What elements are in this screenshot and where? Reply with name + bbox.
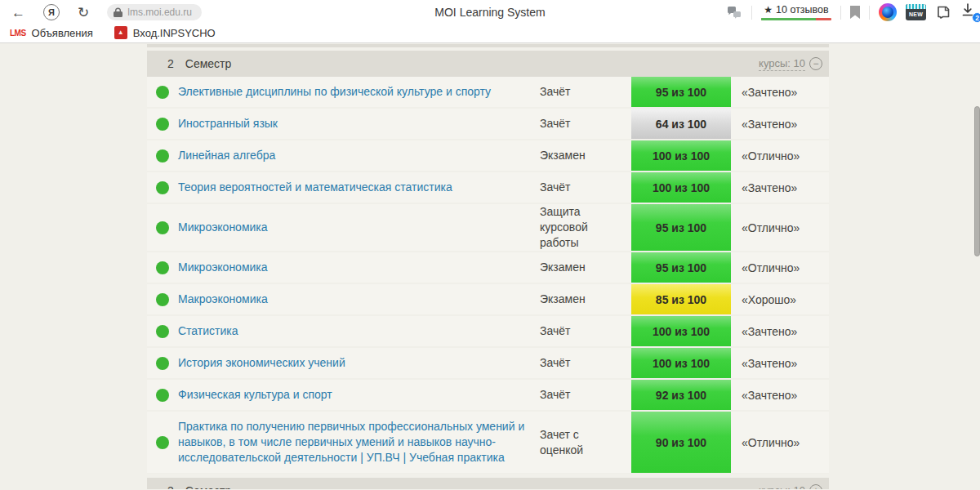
status-dot-icon — [156, 86, 169, 99]
score-cell: 100 из 100 — [631, 172, 731, 203]
new-extension-icon[interactable]: NEW — [906, 4, 926, 20]
exam-type: Зачёт — [540, 387, 631, 403]
course-row: Иностранный язык Зачёт 64 из 100 «Зачтен… — [147, 109, 829, 140]
score-cell: 100 из 100 — [631, 316, 731, 346]
yandex-browser-icon[interactable]: Я — [43, 4, 60, 20]
score-cell: 64 из 100 — [631, 109, 731, 139]
semester-number: 3 — [167, 484, 174, 489]
course-row: Макроэкономика Экзамен 85 из 100 «Хорошо… — [147, 284, 829, 316]
score-cell: 90 из 100 — [631, 412, 731, 473]
exam-type: Зачёт — [540, 355, 631, 371]
toolbar-divider — [751, 6, 752, 20]
page-title: MOI Learning System — [434, 6, 545, 19]
course-link[interactable]: Иностранный язык — [178, 109, 540, 139]
scrollbar-thumb[interactable] — [974, 106, 980, 256]
course-link[interactable]: Микроэкономика — [178, 252, 540, 283]
lms-favicon: LMS — [10, 29, 26, 38]
site-reviews-rating[interactable]: ★ 10 отзывов — [761, 4, 831, 20]
score-cell: 95 из 100 — [631, 204, 731, 251]
course-row: Микроэкономика Экзамен 95 из 100 «Отличн… — [147, 252, 829, 284]
course-link[interactable]: Элективные дисциплины по физической куль… — [178, 77, 540, 107]
grade-text: «Зачтено» — [731, 389, 829, 402]
exam-type: Зачёт — [540, 180, 631, 195]
semester-number: 2 — [167, 57, 174, 70]
course-row: Линейная алгебра Экзамен 100 из 100 «Отл… — [147, 140, 829, 172]
grade-text: «Зачтено» — [731, 181, 829, 194]
collections-tag-icon[interactable] — [935, 5, 951, 20]
grade-text: «Отлично» — [731, 436, 829, 449]
back-icon[interactable]: ← — [11, 6, 25, 20]
previous-section-edge — [147, 44, 829, 47]
expand-plus-icon: + — [809, 484, 822, 489]
course-link[interactable]: Практика по получению первичных професси… — [178, 412, 540, 473]
courses-count: курсы: 10 — [759, 484, 805, 490]
extension-globe-icon[interactable] — [879, 3, 897, 21]
bookmark-item-announcements[interactable]: LMS Объявления — [10, 27, 93, 39]
course-row: Микроэкономика Защита курсовой работы 95… — [147, 204, 829, 252]
grade-text: «Хорошо» — [731, 293, 829, 306]
collapse-minus-icon: − — [809, 57, 822, 70]
grade-text: «Отлично» — [731, 221, 829, 234]
course-link[interactable]: Линейная алгебра — [178, 140, 540, 171]
address-bar[interactable]: lms.moi.edu.ru — [107, 4, 202, 20]
courses-count: курсы: 10 — [759, 57, 805, 71]
course-link[interactable]: Микроэкономика — [178, 212, 540, 243]
status-dot-icon — [156, 293, 169, 306]
course-link[interactable]: Макроэкономика — [178, 284, 540, 314]
course-link[interactable]: Физическая культура и спорт — [178, 380, 540, 410]
browser-toolbar: ← Я ↻ lms.moi.edu.ru MOI Learning System… — [0, 0, 980, 24]
reviews-count: 10 отзывов — [776, 4, 829, 16]
status-dot-icon — [156, 149, 169, 163]
lock-icon — [114, 7, 122, 18]
star-icon: ★ — [764, 4, 773, 16]
grade-text: «Зачтено» — [731, 325, 829, 338]
inpsycho-favicon: ▲ — [114, 26, 127, 39]
page-content: 2 Семестр курсы: 10 − Элективные дисципл… — [0, 43, 980, 489]
exam-type: Зачёт — [540, 84, 631, 100]
rating-bar — [761, 18, 831, 20]
bookmark-item-inpsycho[interactable]: ▲ Вход.INPSYCHO — [114, 26, 216, 39]
semester-header-2: 2 Семестр курсы: 10 − — [147, 51, 829, 77]
score-cell: 95 из 100 — [631, 252, 731, 283]
grade-text: «Отлично» — [731, 149, 829, 163]
exam-type: Экзамен — [540, 148, 631, 163]
status-dot-icon — [156, 118, 169, 131]
status-dot-icon — [156, 221, 169, 234]
semester-header-3: 3 Семестр курсы: 10 + — [147, 478, 829, 489]
score-cell: 85 из 100 — [631, 284, 731, 314]
grade-text: «Зачтено» — [731, 118, 829, 131]
exam-type: Экзамен — [540, 260, 631, 275]
exam-type: Зачёт — [540, 116, 631, 131]
status-dot-icon — [156, 389, 169, 402]
course-row: Физическая культура и спорт Зачёт 92 из … — [147, 380, 829, 412]
course-link[interactable]: Теория вероятностей и математическая ста… — [178, 172, 540, 203]
course-row: Статистика Зачёт 100 из 100 «Зачтено» — [147, 316, 829, 348]
exam-type: Зачёт — [540, 323, 631, 339]
course-row: Теория вероятностей и математическая ста… — [147, 172, 829, 204]
bookmark-flag-icon[interactable] — [850, 6, 860, 19]
reload-icon[interactable]: ↻ — [78, 6, 89, 20]
score-cell: 95 из 100 — [631, 77, 731, 107]
courses-expand-toggle[interactable]: курсы: 10 + — [759, 484, 822, 490]
score-cell: 92 из 100 — [631, 380, 731, 410]
url-text: lms.moi.edu.ru — [127, 7, 192, 18]
course-link[interactable]: История экономических учений — [178, 348, 540, 378]
exam-type: Защита курсовой работы — [540, 204, 631, 251]
toolbar-divider — [840, 6, 841, 20]
status-dot-icon — [156, 357, 169, 370]
course-link[interactable]: Статистика — [178, 316, 540, 346]
bookmarks-bar: LMS Объявления ▲ Вход.INPSYCHO — [0, 24, 980, 43]
score-cell: 100 из 100 — [631, 140, 731, 171]
exam-type: Экзамен — [540, 292, 631, 307]
grade-text: «Отлично» — [731, 261, 829, 274]
grade-text: «Зачтено» — [731, 86, 829, 99]
course-row: Практика по получению первичных професси… — [147, 412, 829, 474]
grade-text: «Зачтено» — [731, 357, 829, 370]
downloads-button[interactable]: 2 — [960, 2, 978, 22]
grades-table: 2 Семестр курсы: 10 − Элективные дисципл… — [147, 44, 829, 489]
courses-collapse-toggle[interactable]: курсы: 10 − — [759, 57, 822, 71]
sync-devices-icon[interactable] — [727, 6, 742, 19]
course-row: Элективные дисциплины по физической куль… — [147, 77, 829, 109]
status-dot-icon — [156, 181, 169, 194]
status-dot-icon — [156, 325, 169, 338]
